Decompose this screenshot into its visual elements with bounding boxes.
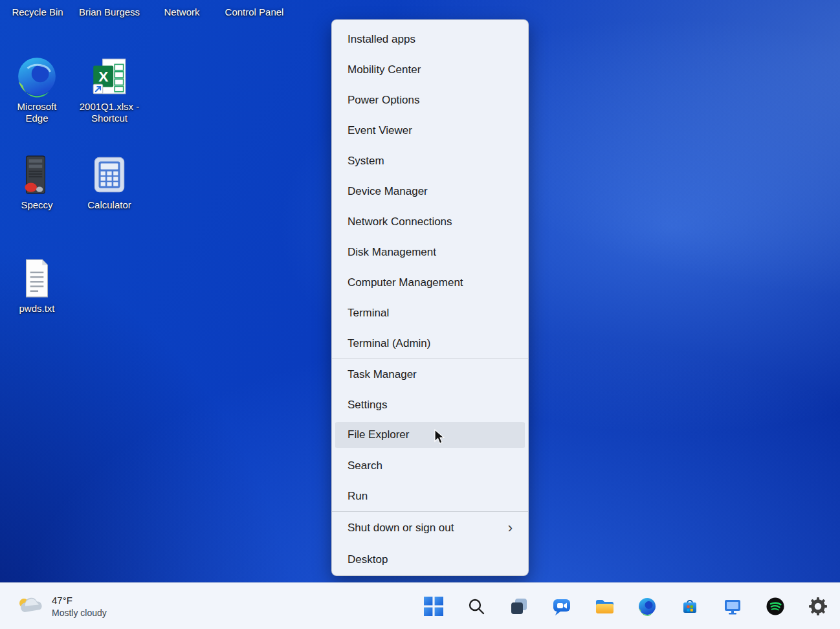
mouse-cursor-icon [432,429,447,447]
menu-item-mobility-center[interactable]: Mobility Center [332,54,528,85]
settings-gear-icon [808,597,828,616]
menu-item-label: Shut down or sign out [348,522,454,535]
desktop-icon-label: 2001Q1.xlsx - Shortcut [76,101,143,124]
taskbar-button-search[interactable] [461,590,491,623]
pc-app-icon [723,597,742,616]
menu-item-terminal-admin[interactable]: Terminal (Admin) [332,328,528,359]
weather-cloud-icon [17,595,45,618]
desktop-icon-network[interactable]: Network [146,6,217,17]
desktop-icon-speccy[interactable]: Speccy [6,153,68,211]
submenu-chevron-icon: › [508,521,513,535]
edge-icon [15,54,59,98]
start-icon [424,597,443,616]
taskbar-button-start[interactable] [419,590,448,623]
desktop-icon-user-folder[interactable]: Brian Burgess [74,6,145,17]
taskbar-button-file-explorer[interactable] [590,590,619,623]
desktop-icon-label: Calculator [87,199,131,211]
menu-item-search[interactable]: Search [332,450,528,481]
text-file-icon [15,256,59,300]
taskbar-button-pc-app[interactable] [718,590,747,623]
weather-condition: Mostly cloudy [52,608,107,618]
taskbar-button-task-view[interactable] [504,590,534,623]
weather-widget-button[interactable]: 47°F Mostly cloudy [12,590,112,623]
file-explorer-icon [594,597,615,616]
menu-item-desktop[interactable]: Desktop [332,544,528,575]
desktop-screen: Recycle Bin Brian Burgess Network Contro… [0,0,840,629]
menu-item-installed-apps[interactable]: Installed apps [332,24,528,54]
menu-item-settings[interactable]: Settings [332,390,528,420]
taskbar-button-edge[interactable] [632,590,662,623]
menu-item-power-options[interactable]: Power Options [332,85,528,115]
menu-item-disk-management[interactable]: Disk Management [332,237,528,267]
desktop-icon-pwds-txt[interactable]: pwds.txt [6,256,68,314]
taskbar-button-chat[interactable] [547,590,577,623]
spotify-icon [766,597,785,616]
menu-item-shut-down-or-sign-out[interactable]: Shut down or sign out › [332,512,528,544]
taskbar-button-spotify[interactable] [760,590,790,623]
taskbar: 47°F Mostly cloudy [0,582,840,629]
menu-item-terminal[interactable]: Terminal [332,298,528,328]
taskbar-center-icons [419,590,833,623]
task-view-icon [509,597,529,616]
svg-text:X: X [98,68,108,85]
desktop-icon-excel-shortcut[interactable]: X 2001Q1.xlsx - Shortcut [76,54,143,124]
menu-item-task-manager[interactable]: Task Manager [332,359,528,390]
winx-menu-list: Installed apps Mobility Center Power Opt… [332,24,528,575]
menu-item-network-connections[interactable]: Network Connections [332,206,528,237]
weather-temperature: 47°F [52,595,107,606]
speccy-icon [15,153,59,197]
desktop-icon-microsoft-edge[interactable]: Microsoft Edge [6,54,68,124]
calculator-icon [87,153,131,197]
desktop-icon-label: Microsoft Edge [6,101,68,124]
menu-item-device-manager[interactable]: Device Manager [332,176,528,206]
search-icon [467,597,486,616]
taskbar-button-microsoft-store[interactable] [675,590,705,623]
desktop-icon-recycle-bin[interactable]: Recycle Bin [2,6,73,17]
menu-item-file-explorer[interactable]: File Explorer [335,420,525,450]
taskbar-button-settings[interactable] [803,590,833,623]
menu-item-system[interactable]: System [332,146,528,176]
chat-icon [552,597,571,616]
edge-icon [637,597,657,616]
microsoft-store-icon [680,597,700,616]
excel-shortcut-icon: X [87,54,131,98]
menu-item-computer-management[interactable]: Computer Management [332,267,528,298]
winx-menu: Installed apps Mobility Center Power Opt… [331,19,529,576]
menu-item-event-viewer[interactable]: Event Viewer [332,115,528,146]
desktop-icon-control-panel[interactable]: Control Panel [219,6,290,17]
desktop-icon-calculator[interactable]: Calculator [76,153,143,211]
menu-item-run[interactable]: Run [332,481,528,511]
desktop-icon-label: Speccy [21,199,52,211]
desktop-icon-label: pwds.txt [19,303,54,314]
